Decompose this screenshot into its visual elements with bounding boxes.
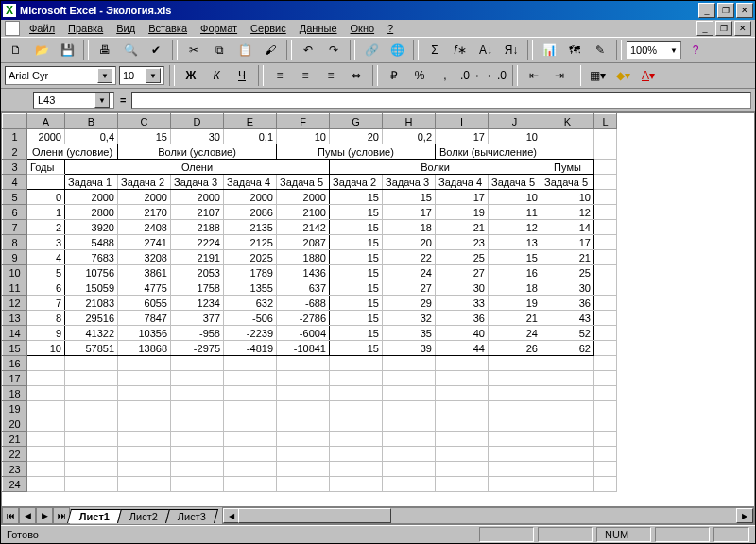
row-header[interactable]: 3	[3, 160, 27, 175]
cell[interactable]: -688	[277, 296, 330, 311]
cell[interactable]: 377	[171, 311, 224, 326]
cell[interactable]: 2000	[65, 190, 118, 205]
cell[interactable]	[330, 462, 383, 477]
cell[interactable]: 13868	[118, 341, 171, 356]
cell[interactable]: Волки (условие)	[118, 144, 277, 160]
font-name-combo[interactable]: Arial Cyr▼	[5, 66, 116, 85]
cell[interactable]: 22	[383, 250, 436, 265]
map-icon[interactable]: 🗺	[563, 39, 586, 61]
cell[interactable]: 19	[489, 296, 541, 311]
cell[interactable]: 1234	[171, 296, 224, 311]
cell[interactable]: 7847	[118, 311, 171, 326]
cell[interactable]: -2975	[171, 341, 224, 356]
col-header[interactable]: I	[436, 114, 489, 129]
cell[interactable]	[489, 416, 541, 432]
spreadsheet-grid[interactable]: ABCDEFGHIJKL120000,415300,110200,217102О…	[2, 113, 617, 492]
decrease-decimal-icon[interactable]: ←.0	[485, 64, 507, 87]
cell[interactable]: 2000	[277, 190, 330, 205]
cell[interactable]: 15	[330, 296, 383, 311]
cell[interactable]: 12	[541, 205, 594, 220]
cell[interactable]	[65, 401, 118, 416]
cell[interactable]	[118, 416, 171, 432]
cell[interactable]: 2188	[171, 220, 224, 235]
row-header[interactable]: 6	[3, 205, 27, 220]
scroll-right-icon[interactable]: ▶	[736, 508, 753, 523]
name-box[interactable]: L43▼	[33, 92, 114, 109]
cell[interactable]: 23	[436, 235, 489, 250]
cell[interactable]	[27, 432, 65, 447]
cell[interactable]: 7	[27, 296, 65, 311]
cell[interactable]: 2000	[118, 190, 171, 205]
row-header[interactable]: 4	[3, 175, 27, 190]
cell[interactable]	[224, 401, 277, 416]
cell[interactable]	[171, 401, 224, 416]
cell[interactable]	[330, 432, 383, 447]
cell[interactable]	[27, 447, 65, 462]
cell[interactable]	[436, 356, 489, 371]
cell[interactable]	[383, 356, 436, 371]
cell[interactable]	[277, 432, 330, 447]
cell[interactable]: 18	[489, 280, 541, 296]
cell[interactable]: 1436	[277, 265, 330, 280]
cell[interactable]: 1355	[224, 280, 277, 296]
cell[interactable]	[383, 447, 436, 462]
cell[interactable]: 2408	[118, 220, 171, 235]
underline-icon[interactable]: Ч	[231, 64, 253, 87]
cell[interactable]	[489, 477, 541, 492]
print-icon[interactable]: 🖶	[94, 39, 116, 61]
cell[interactable]	[277, 477, 330, 492]
cell[interactable]	[171, 432, 224, 447]
cell[interactable]: 15	[330, 250, 383, 265]
cell[interactable]: 17	[436, 190, 489, 205]
cell[interactable]	[383, 477, 436, 492]
cell[interactable]	[224, 356, 277, 371]
menu-file[interactable]: Файл	[24, 22, 60, 35]
cell[interactable]: 13	[489, 235, 541, 250]
cell[interactable]: 2000	[171, 190, 224, 205]
cell[interactable]	[27, 175, 65, 190]
col-header[interactable]: K	[541, 114, 594, 129]
cell[interactable]	[171, 447, 224, 462]
cell[interactable]: 17	[541, 235, 594, 250]
cell[interactable]: 21	[436, 220, 489, 235]
cell[interactable]: 12	[489, 220, 541, 235]
cell[interactable]: Задача 1	[65, 175, 118, 190]
cell[interactable]	[594, 296, 617, 311]
cell[interactable]	[171, 416, 224, 432]
cell[interactable]: 24	[383, 265, 436, 280]
menu-insert[interactable]: Вставка	[143, 22, 193, 35]
sort-desc-icon[interactable]: Я↓	[500, 39, 523, 61]
cell[interactable]	[594, 432, 617, 447]
cell[interactable]: 26	[489, 341, 541, 356]
row-header[interactable]: 16	[3, 356, 27, 371]
cell[interactable]	[27, 416, 65, 432]
cell[interactable]: 19	[436, 205, 489, 220]
cell[interactable]	[489, 462, 541, 477]
row-header[interactable]: 14	[3, 326, 27, 341]
align-right-icon[interactable]: ≡	[319, 64, 342, 87]
cell[interactable]: Годы	[27, 160, 65, 175]
cell[interactable]: 2800	[65, 205, 118, 220]
row-header[interactable]: 9	[3, 250, 27, 265]
cell[interactable]	[65, 386, 118, 401]
row-header[interactable]: 15	[3, 341, 27, 356]
row-header[interactable]: 23	[3, 462, 27, 477]
cell[interactable]	[436, 447, 489, 462]
cell[interactable]	[436, 386, 489, 401]
merge-center-icon[interactable]: ⇔	[345, 64, 368, 87]
cell[interactable]: 32	[383, 311, 436, 326]
cell[interactable]	[65, 477, 118, 492]
cell[interactable]	[224, 416, 277, 432]
cell[interactable]	[277, 386, 330, 401]
cell[interactable]	[541, 416, 594, 432]
row-header[interactable]: 12	[3, 296, 27, 311]
cell[interactable]	[594, 386, 617, 401]
cell[interactable]: 2087	[277, 235, 330, 250]
select-all-corner[interactable]	[3, 114, 27, 129]
cell[interactable]	[118, 386, 171, 401]
menu-edit[interactable]: Правка	[62, 22, 109, 35]
cell[interactable]: 2000	[224, 190, 277, 205]
cell[interactable]: 2107	[171, 205, 224, 220]
cell[interactable]	[118, 356, 171, 371]
cell[interactable]: 2000	[27, 129, 65, 144]
